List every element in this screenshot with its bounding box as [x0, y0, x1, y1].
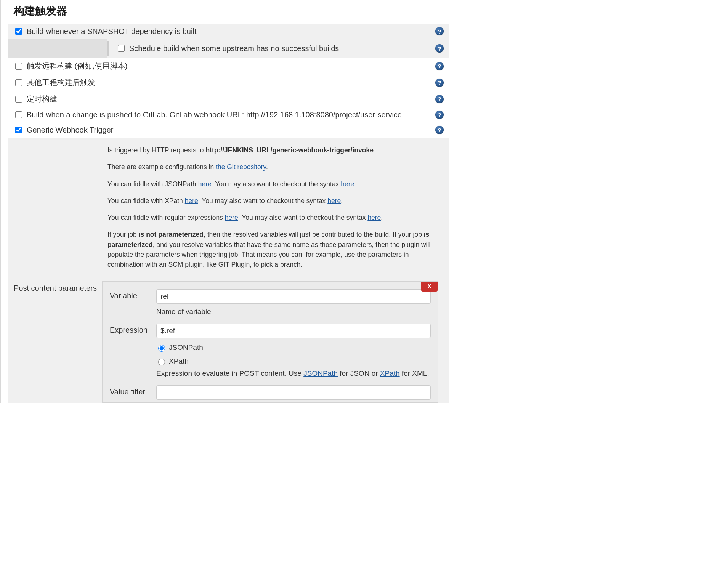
xpath-radio-row: XPath [156, 357, 431, 365]
webhook-desc-line1: Is triggered by HTTP requests to http://… [107, 145, 444, 155]
value-filter-input[interactable] [156, 385, 431, 400]
webhook-description: Is triggered by HTTP requests to http://… [8, 138, 449, 277]
webhook-desc-line6: If your job is not parameterized, then t… [107, 229, 444, 269]
schedule-upstream-content: Schedule build when some upstream has no… [109, 40, 435, 57]
param-box: X Variable Name of variable Expression J… [102, 281, 438, 403]
jsonpath-syntax-link[interactable]: here [341, 180, 354, 188]
snapshot-checkbox[interactable] [15, 28, 22, 35]
xpath-doc-link[interactable]: XPath [380, 369, 400, 377]
jsonpath-fiddle-link[interactable]: here [198, 180, 212, 188]
jsonpath-radio-label: JSONPath [169, 343, 203, 352]
value-filter-field-wrap [156, 385, 431, 400]
variable-field-wrap: Name of variable [156, 289, 431, 316]
timer-checkbox[interactable] [15, 96, 22, 103]
expression-input[interactable] [156, 324, 431, 338]
generic-webhook-label: Generic Webhook Trigger [27, 126, 435, 135]
webhook-desc-line5: You can fiddle with regular expressions … [107, 213, 444, 223]
webhook-desc-line4: You can fiddle with XPath here. You may … [107, 196, 444, 206]
post-content-parameters: Post content parameters X Variable Name … [8, 277, 449, 403]
generic-webhook-checkbox[interactable] [15, 127, 22, 133]
help-icon[interactable]: ? [435, 27, 444, 35]
regex-fiddle-link[interactable]: here [225, 214, 238, 221]
help-icon[interactable]: ? [435, 44, 444, 53]
trigger-row-schedule-upstream: Schedule build when some upstream has no… [8, 39, 449, 58]
after-other-label: 其他工程构建后触发 [27, 77, 435, 88]
jsonpath-radio[interactable] [158, 345, 165, 352]
indent-spacer [8, 39, 107, 58]
xpath-radio-label: XPath [169, 357, 189, 365]
delete-param-button[interactable]: X [421, 282, 438, 292]
xpath-syntax-link[interactable]: here [327, 197, 341, 205]
expression-field-wrap: JSONPath XPath Expression to evaluate in… [156, 324, 431, 378]
trigger-row-gitlab: Build when a change is pushed to GitLab.… [8, 107, 449, 122]
variable-label: Variable [110, 289, 156, 316]
variable-row: Variable Name of variable [103, 282, 438, 316]
schedule-upstream-checkbox[interactable] [118, 45, 125, 52]
jsonpath-radio-row: JSONPath [156, 343, 431, 352]
trigger-row-timer: 定时构建 ? [8, 91, 449, 107]
snapshot-label: Build whenever a SNAPSHOT dependency is … [27, 27, 435, 36]
remote-label: 触发远程构建 (例如,使用脚本) [27, 61, 435, 71]
gitlab-label: Build when a change is pushed to GitLab.… [27, 111, 435, 119]
trigger-row-snapshot: Build whenever a SNAPSHOT dependency is … [8, 24, 449, 39]
help-icon[interactable]: ? [435, 111, 444, 119]
value-filter-label: Value filter [110, 385, 156, 400]
xpath-fiddle-link[interactable]: here [185, 197, 198, 205]
regex-syntax-link[interactable]: here [367, 214, 381, 221]
expression-label: Expression [110, 324, 156, 378]
value-filter-row: Value filter [103, 378, 438, 402]
webhook-desc-line2: There are example configurations in the … [107, 162, 444, 172]
help-icon[interactable]: ? [435, 79, 444, 87]
help-icon[interactable]: ? [435, 62, 444, 70]
xpath-radio[interactable] [158, 359, 165, 365]
help-icon[interactable]: ? [435, 126, 444, 134]
trigger-row-after-other: 其他工程构建后触发 ? [8, 74, 449, 91]
post-params-label: Post content parameters [14, 281, 102, 403]
trigger-row-remote: 触发远程构建 (例如,使用脚本) ? [8, 58, 449, 74]
schedule-upstream-label: Schedule build when some upstream has no… [129, 44, 435, 53]
expression-help: Expression to evaluate in POST content. … [156, 369, 431, 378]
trigger-row-generic-webhook: Generic Webhook Trigger ? [8, 122, 449, 138]
variable-input[interactable] [156, 289, 431, 304]
remote-checkbox[interactable] [15, 63, 22, 70]
expression-row: Expression JSONPath XPath Expression to … [103, 316, 438, 378]
gitlab-checkbox[interactable] [15, 111, 22, 118]
after-other-checkbox[interactable] [15, 79, 22, 86]
build-triggers-section: 构建触发器 Build whenever a SNAPSHOT dependen… [0, 0, 457, 403]
section-title: 构建触发器 [8, 0, 449, 24]
help-icon[interactable]: ? [435, 95, 444, 103]
git-repo-link[interactable]: the Git repository [216, 163, 266, 171]
timer-label: 定时构建 [27, 94, 435, 104]
jsonpath-doc-link[interactable]: JSONPath [303, 369, 338, 377]
webhook-desc-line3: You can fiddle with JSONPath here. You m… [107, 179, 444, 189]
variable-help: Name of variable [156, 308, 431, 316]
